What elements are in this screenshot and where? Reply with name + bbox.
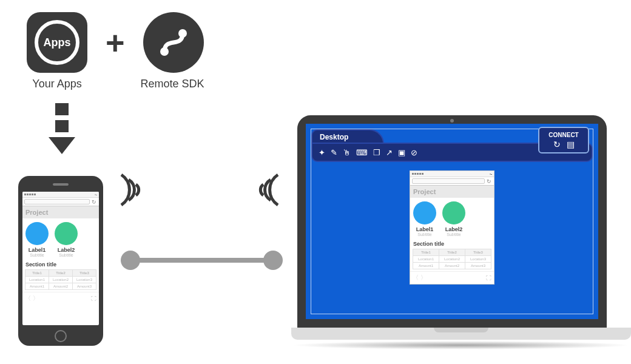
camera-icon[interactable]: ▣ [398,148,405,157]
mirror-circle-green[interactable] [442,201,465,224]
label2: Label2 [58,247,75,253]
mirror-section-title: Section title [410,238,494,249]
connect-button[interactable]: CONNECT ↻▤ [538,127,589,153]
mirror-reload-icon[interactable]: ↻ [486,178,492,184]
pointer-icon[interactable]: ✦ [319,148,325,157]
data-table: Title1Title2Title3 Location1Location2Loc… [25,269,96,290]
circle-green[interactable] [55,222,78,245]
phone-device: ⏦ ↻ Project Label1Subtitle Label2Subtitl… [18,176,103,346]
sdk-label: Remote SDK [136,78,209,90]
desktop-tab[interactable]: Desktop [311,129,384,144]
circle-blue[interactable] [25,222,49,245]
mouse-icon[interactable]: 🖱 [343,148,351,157]
forward-icon[interactable]: 〉 [33,294,39,303]
plus-icon: + [106,24,125,61]
home-button[interactable] [55,330,67,342]
laptop-device: Desktop ✦ ✎ 🖱 ⌨ ❐ ↗ ▣ ⊘ [291,115,613,349]
pencil-icon[interactable]: ✎ [331,148,337,157]
back-icon[interactable]: 〈 [25,294,31,303]
label2-sub: Subtitle [59,253,73,257]
connect-label: CONNECT [548,132,578,138]
sdk-badge-icon [143,12,204,73]
mirror-project-title: Project [410,186,494,198]
mirror-table: Title1Title2Title3 Location1Location2Loc… [413,249,491,269]
mirror-circle-blue[interactable] [413,201,436,224]
wifi-icon: ⏦ [95,192,97,197]
wireless-right-icon [248,169,284,211]
mirror-back-icon[interactable]: 〈 [413,274,419,282]
mirror-forward-icon[interactable]: 〉 [420,274,427,282]
sync-icon: ↻ [553,140,561,149]
desktop-window: Desktop ✦ ✎ 🖱 ⌨ ❐ ↗ ▣ ⊘ [311,129,593,314]
apps-badge-label: Apps [44,36,71,49]
fullscreen-icon[interactable]: ⛶ [91,295,96,302]
project-title: Project [22,206,99,218]
svg-point-0 [160,47,169,56]
apps-badge: Apps [27,12,87,73]
svg-point-1 [178,29,187,38]
device-icon: ▤ [567,140,575,149]
label1: Label1 [29,247,46,253]
connection-bar [130,258,273,263]
reload-icon[interactable]: ↻ [91,199,97,205]
window-icon[interactable]: ❐ [373,148,380,157]
remote-phone-mirror: ⏦ ↻ Project Label1Subtitle Label2Subtitl… [410,170,494,285]
block-icon[interactable]: ⊘ [411,148,417,157]
url-field[interactable] [24,199,90,204]
your-apps-label: Your Apps [27,78,87,90]
laptop-screen: Desktop ✦ ✎ 🖱 ⌨ ❐ ↗ ▣ ⊘ [306,124,598,319]
arrow-down-icon [49,103,75,154]
wireless-left-icon [115,169,152,211]
mirror-url-field[interactable] [412,178,485,184]
phone-screen: ⏦ ↻ Project Label1Subtitle Label2Subtitl… [22,192,99,325]
mirror-fullscreen-icon[interactable]: ⛶ [486,275,491,281]
label1-sub: Subtitle [30,253,44,257]
section-title: Section title [22,258,99,269]
keyboard-icon[interactable]: ⌨ [356,148,368,157]
share-icon[interactable]: ↗ [386,148,393,157]
